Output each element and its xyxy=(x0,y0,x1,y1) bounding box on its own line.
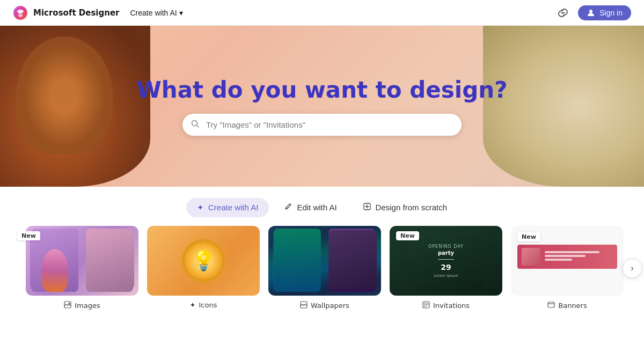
app-title: Microsoft Designer xyxy=(33,8,120,18)
card-wallpapers-icon xyxy=(300,301,308,310)
card-wallpapers-thumbnail[interactable] xyxy=(268,226,381,296)
banners-new-badge: New xyxy=(517,232,540,241)
sign-in-button[interactable]: Sign in xyxy=(578,5,631,20)
card-invitations-label: Invitations xyxy=(422,301,470,310)
svg-point-1 xyxy=(589,10,592,13)
card-images-icon xyxy=(64,301,71,310)
next-arrow-button[interactable]: › xyxy=(623,259,642,278)
card-images-label: Images xyxy=(64,301,100,310)
hero-decoration-right xyxy=(483,26,644,187)
app-header: Microsoft Designer Create with AI ▾ Sign… xyxy=(0,0,644,26)
banner-text-preview xyxy=(545,251,613,262)
header-right: Sign in xyxy=(554,4,631,21)
svg-rect-8 xyxy=(548,302,554,307)
tabs-section: ✦ Create with AI Edit with AI Design fro… xyxy=(0,187,644,226)
search-bar xyxy=(182,114,462,136)
sign-in-icon xyxy=(587,9,595,17)
card-banners: New Bann xyxy=(511,226,624,310)
card-wallpapers: Wallpapers xyxy=(268,226,381,310)
card-invitations-thumbnail[interactable]: New Opening day party 29 Lorem ipsum xyxy=(390,226,502,296)
invitations-new-badge: New xyxy=(396,231,419,240)
tab-create-ai-icon: ✦ xyxy=(197,203,204,212)
hero-decoration-left xyxy=(0,26,150,187)
card-icons: 💡 ✦ Icons xyxy=(147,226,260,309)
card-invitations: New Opening day party 29 Lorem ipsum Inv… xyxy=(390,226,502,310)
hero-title: What do you want to design? xyxy=(136,77,507,103)
tab-create-with-ai[interactable]: ✦ Create with AI xyxy=(186,198,269,217)
cards-list: Images 💡 ✦ Icons xyxy=(13,226,631,310)
card-invitations-icon xyxy=(422,301,430,310)
search-input[interactable] xyxy=(182,114,462,136)
banner-preview-strip xyxy=(517,245,617,269)
card-icons-label: ✦ Icons xyxy=(190,301,217,309)
bulb-icon: 💡 xyxy=(182,239,225,282)
invitation-preview: Opening day party 29 Lorem ipsum xyxy=(408,231,484,290)
create-with-ai-nav-button[interactable]: Create with AI ▾ xyxy=(126,6,187,19)
card-icons-thumbnail[interactable]: 💡 xyxy=(147,226,260,296)
card-banners-label: Banners xyxy=(547,301,587,310)
profile-link-button[interactable] xyxy=(554,4,572,21)
header-left: Microsoft Designer Create with AI ▾ xyxy=(13,5,187,20)
tab-design-from-scratch[interactable]: Design from scratch xyxy=(352,197,458,217)
tab-design-scratch-icon xyxy=(363,202,371,212)
tab-edit-ai-icon xyxy=(284,202,292,212)
logo-area: Microsoft Designer xyxy=(13,5,120,20)
banner-image-preview xyxy=(522,248,540,266)
card-wallpapers-label: Wallpapers xyxy=(300,301,349,310)
card-banners-icon xyxy=(547,301,555,310)
card-images: Images xyxy=(26,226,138,310)
card-images-thumbnail[interactable] xyxy=(26,226,138,296)
logo-icon xyxy=(13,5,28,20)
hero-section: What do you want to design? xyxy=(0,26,644,187)
link-icon xyxy=(558,8,568,18)
cards-container: Images 💡 ✦ Icons xyxy=(0,226,644,310)
card-banners-thumbnail[interactable]: New xyxy=(511,226,624,296)
tab-edit-with-ai[interactable]: Edit with AI xyxy=(273,197,347,217)
svg-point-5 xyxy=(69,303,70,304)
card-icons-icon: ✦ xyxy=(190,301,196,309)
